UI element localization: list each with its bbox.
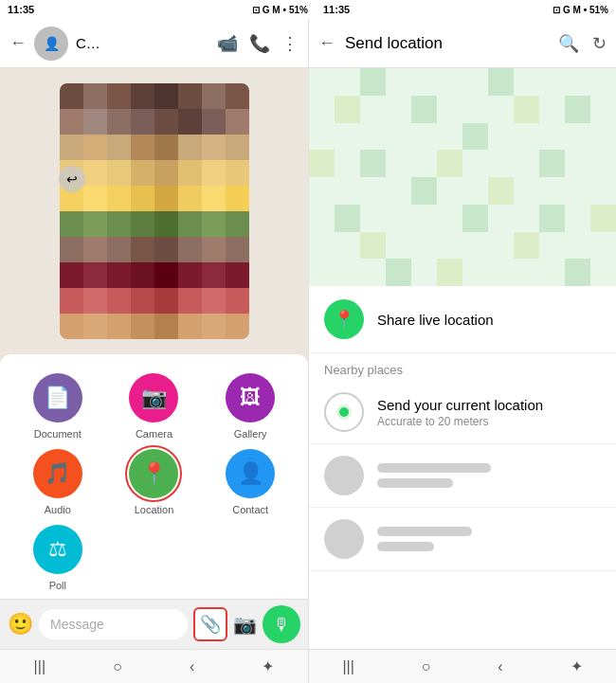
poll-label: Poll [49,580,66,591]
share-live-location[interactable]: 📍 Share live location [309,286,616,353]
nearby-place-1-line2 [377,478,453,488]
poll-icon: ⚖ [33,525,82,574]
contact-name: C… [76,35,209,51]
battery-left: 51% [289,5,308,15]
gallery-icon: 🖼 [226,373,275,422]
audio-icon: 🎵 [33,449,82,498]
search-icon[interactable]: 🔍 [558,33,579,54]
attachment-poll[interactable]: ⚖Poll [14,525,101,591]
right-panel-title: Send location [345,34,549,53]
paperclip-button[interactable]: 📎 [193,607,227,641]
reply-icon[interactable]: ↩ [66,171,78,187]
share-live-label: Share live location [377,312,494,328]
camera-icon: 📷 [129,373,178,422]
location-label: Location [135,504,174,515]
nav-back-right[interactable]: ‹ [498,658,502,675]
attachment-document[interactable]: 📄Document [14,373,101,440]
time-left: 11:35 [8,4,34,15]
location-icon: 📍 [129,449,178,498]
camera-label: Camera [136,428,172,440]
attachment-gallery[interactable]: 🖼Gallery [207,373,294,440]
attachment-location[interactable]: 📍Location [111,449,198,515]
current-location-subtitle: Accurate to 20 meters [377,415,543,428]
phone-call-icon[interactable]: 📞 [249,33,270,54]
nearby-place-2[interactable] [309,508,616,571]
mic-button[interactable]: 🎙 [263,605,300,643]
gallery-label: Gallery [234,428,267,440]
nav-menu-left[interactable]: ||| [34,658,45,675]
current-location-item[interactable]: Send your current location Accurate to 2… [309,381,616,444]
nearby-place-1-line1 [377,463,491,473]
video-call-icon[interactable]: 📹 [217,33,238,54]
status-icons-right: ⊡ G M • 51% [553,5,608,15]
document-label: Document [34,428,82,440]
avatar: 👤 [34,27,68,61]
refresh-icon[interactable]: ↻ [592,33,607,54]
contact-label: Contact [232,504,268,515]
attachment-audio[interactable]: 🎵Audio [14,449,101,515]
message-placeholder: Message [50,617,104,632]
status-icons-left: ⊡ G M • [252,5,286,15]
nav-extra-left[interactable]: ✦ [262,657,274,675]
current-location-title: Send your current location [377,397,543,413]
right-back-button[interactable]: ← [318,33,335,53]
time-right: 11:35 [323,4,350,15]
nearby-place-2-line1 [377,527,472,536]
message-input[interactable]: Message [39,609,188,639]
contact-icon: 👤 [226,449,275,498]
nav-home-left[interactable]: ○ [113,658,122,675]
more-options-icon[interactable]: ⋮ [281,33,299,54]
share-live-icon: 📍 [324,299,364,339]
nav-extra-right[interactable]: ✦ [571,657,583,675]
nearby-place-2-icon [324,519,364,559]
camera-button[interactable]: 📷 [233,613,257,636]
emoji-button[interactable]: 🙂 [8,612,33,637]
attachment-contact[interactable]: 👤Contact [207,449,294,515]
nav-home-right[interactable]: ○ [422,658,431,675]
nearby-place-2-line2 [377,542,434,551]
current-location-icon [324,392,364,432]
nearby-place-1[interactable] [309,444,616,508]
nav-menu-right[interactable]: ||| [342,658,353,675]
document-icon: 📄 [33,373,82,422]
nearby-places-header: Nearby places [309,353,616,381]
back-button[interactable]: ← [9,33,27,53]
audio-label: Audio [45,504,71,515]
nearby-place-1-icon [324,456,364,495]
nav-back-left[interactable]: ‹ [190,658,194,675]
attachment-camera[interactable]: 📷Camera [111,373,198,440]
